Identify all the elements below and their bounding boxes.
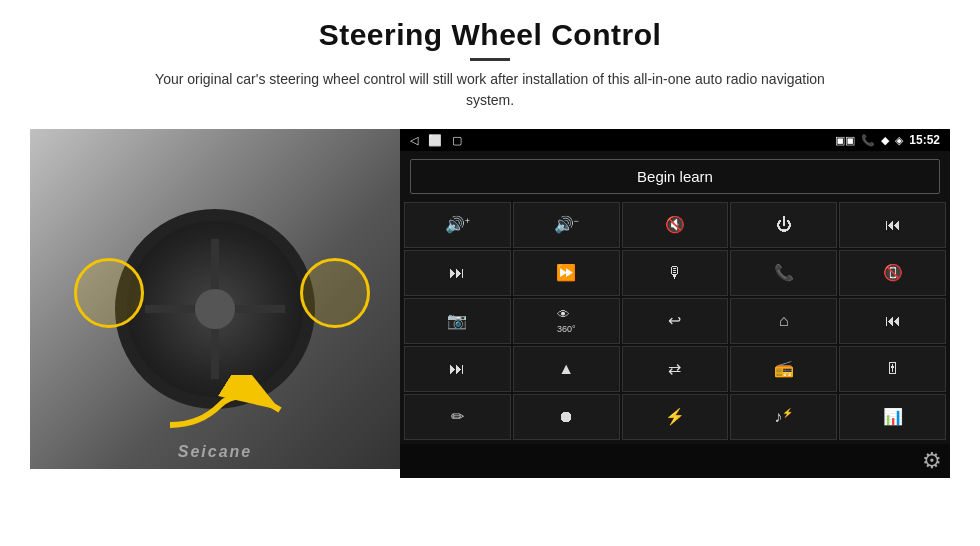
- status-bar: ◁ ⬜ ▢ ▣▣ 📞 ◆ ◈ 15:52: [400, 129, 950, 151]
- vol-mute-icon: 🔇: [665, 217, 685, 233]
- main-content: Seicane ◁ ⬜ ▢ ▣▣ 📞 ◆ ◈ 15:52: [30, 129, 950, 469]
- clock-display: 15:52: [909, 133, 940, 147]
- wheel-center: [195, 289, 235, 329]
- skip-fwd2-button[interactable]: ⏭: [404, 346, 511, 392]
- begin-learn-row: Begin learn: [400, 151, 950, 202]
- phone-button[interactable]: 📞: [730, 250, 837, 296]
- hang-up-icon: 📵: [883, 265, 903, 281]
- bottom-bar: ⚙: [400, 444, 950, 478]
- pen-button[interactable]: ✏: [404, 394, 511, 440]
- vol-up-icon: 🔊+: [445, 217, 470, 233]
- signal-icon: ▣▣: [835, 134, 855, 147]
- next-button[interactable]: ⏭: [404, 250, 511, 296]
- spectrum-icon: 📊: [883, 409, 903, 425]
- skip-fwd2-icon: ⏭: [449, 361, 465, 377]
- location-icon: ◆: [881, 134, 889, 147]
- vol-mute-button[interactable]: 🔇: [622, 202, 729, 248]
- seek-fwd-button[interactable]: ⏩: [513, 250, 620, 296]
- arrow-graphic: [160, 375, 290, 449]
- prev-track-icon: ⏮: [885, 217, 901, 233]
- vol-down-button[interactable]: 🔊−: [513, 202, 620, 248]
- title-divider: [470, 58, 510, 61]
- highlight-circle-right: [300, 258, 370, 328]
- pen-icon: ✏: [451, 409, 464, 425]
- skip-back-icon: ⏮: [885, 313, 901, 329]
- hang-up-button[interactable]: 📵: [839, 250, 946, 296]
- status-bar-right: ▣▣ 📞 ◆ ◈ 15:52: [835, 133, 940, 147]
- swap-icon: ⇄: [668, 361, 681, 377]
- record-icon: ⏺: [558, 409, 574, 425]
- eq-button[interactable]: 🎚: [839, 346, 946, 392]
- begin-learn-button[interactable]: Begin learn: [410, 159, 940, 194]
- vol-up-button[interactable]: 🔊+: [404, 202, 511, 248]
- mic-icon: 🎙: [667, 265, 683, 281]
- swap-button[interactable]: ⇄: [622, 346, 729, 392]
- back-button[interactable]: ↩: [622, 298, 729, 344]
- watermark: Seicane: [178, 443, 252, 461]
- power-icon: ⏻: [776, 217, 792, 233]
- home-button[interactable]: ⌂: [730, 298, 837, 344]
- home-icon: ⌂: [779, 313, 789, 329]
- nav-icon: ▲: [558, 361, 574, 377]
- phone-icon: 📞: [774, 265, 794, 281]
- car-image-area: Seicane: [30, 129, 400, 469]
- android-panel: ◁ ⬜ ▢ ▣▣ 📞 ◆ ◈ 15:52 Begin learn: [400, 129, 950, 469]
- back-nav-icon[interactable]: ◁: [410, 134, 418, 147]
- page-container: Steering Wheel Control Your original car…: [0, 0, 980, 546]
- music-icon: ♪⚡: [774, 409, 793, 425]
- radio-button[interactable]: 📻: [730, 346, 837, 392]
- vol-down-icon: 🔊−: [554, 217, 579, 233]
- view360-icon: 👁360°: [557, 308, 576, 334]
- controls-grid: 🔊+ 🔊− 🔇 ⏻ ⏮ ⏭ ⏩: [400, 202, 950, 444]
- radio-icon: 📻: [774, 361, 794, 377]
- recents-nav-icon[interactable]: ▢: [452, 134, 462, 147]
- music-button[interactable]: ♪⚡: [730, 394, 837, 440]
- back-icon: ↩: [668, 313, 681, 329]
- record-button[interactable]: ⏺: [513, 394, 620, 440]
- settings-button[interactable]: ⚙: [922, 448, 942, 474]
- power-button[interactable]: ⏻: [730, 202, 837, 248]
- car-background: Seicane: [30, 129, 400, 469]
- nav-button[interactable]: ▲: [513, 346, 620, 392]
- status-bar-left: ◁ ⬜ ▢: [410, 134, 462, 147]
- mic-button[interactable]: 🎙: [622, 250, 729, 296]
- skip-back-button[interactable]: ⏮: [839, 298, 946, 344]
- direction-arrow-svg: [160, 375, 290, 445]
- spectrum-button[interactable]: 📊: [839, 394, 946, 440]
- home-nav-icon[interactable]: ⬜: [428, 134, 442, 147]
- eq-icon: 🎚: [885, 361, 901, 377]
- view360-button[interactable]: 👁360°: [513, 298, 620, 344]
- camera-button[interactable]: 📷: [404, 298, 511, 344]
- camera-icon: 📷: [447, 313, 467, 329]
- bluetooth-button[interactable]: ⚡: [622, 394, 729, 440]
- page-title: Steering Wheel Control: [130, 18, 850, 52]
- phone-status-icon: 📞: [861, 134, 875, 147]
- seek-fwd-icon: ⏩: [556, 265, 576, 281]
- subtitle: Your original car's steering wheel contr…: [130, 69, 850, 111]
- next-icon: ⏭: [449, 265, 465, 281]
- wifi-icon: ◈: [895, 134, 903, 147]
- bluetooth-icon: ⚡: [665, 409, 685, 425]
- prev-track-button[interactable]: ⏮: [839, 202, 946, 248]
- title-section: Steering Wheel Control Your original car…: [130, 18, 850, 123]
